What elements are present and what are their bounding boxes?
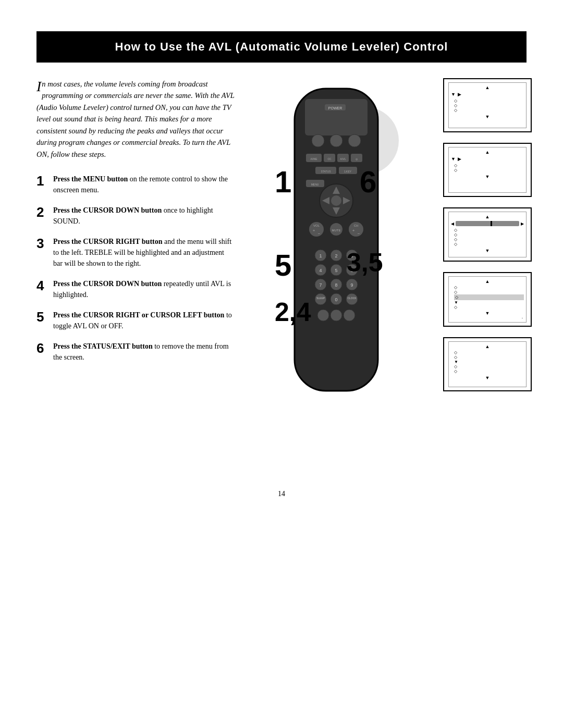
svg-text:A/INE: A/INE: [310, 157, 317, 161]
screen-3-arrow-down: ▼: [451, 248, 524, 253]
step-4-number: 4: [36, 278, 48, 293]
drop-cap: I: [36, 79, 41, 94]
screen-4-arrow-up: ▲: [451, 279, 524, 284]
step-2-bold: Press the CURSOR DOWN button: [53, 206, 162, 214]
svg-point-5: [330, 134, 342, 147]
screen-2-inner: ▲ ▼ ▶ ◇ ◇ ▼: [448, 147, 527, 193]
step-2-text: Press the CURSOR DOWN button once to hig…: [53, 205, 235, 227]
remote-svg: POWER A/INE CC A/VL ◎ STATUS: [279, 83, 394, 406]
screen-4-arrow-down: ▼: [451, 311, 524, 316]
screen-2: ▲ ▼ ▶ ◇ ◇ ▼: [443, 143, 532, 197]
svg-text:4: 4: [319, 268, 322, 273]
screen-5: ▲ ◇ ◇ ▼ ◇ ◇ ▼: [443, 337, 532, 391]
svg-point-62: [331, 310, 342, 321]
overlay-6: 6: [360, 164, 376, 199]
step-6-text: Press the STATUS/EXIT button to remove t…: [53, 341, 235, 363]
screen-4-items: ◇ ◇ ◇ ▼ ◇: [454, 285, 524, 310]
screen-1-arrow-up: ▲: [451, 85, 524, 90]
step-5-text: Press the CURSOR RIGHT or CURSOR LEFT bu…: [53, 310, 235, 331]
screen-1-down-arrow: ▼: [451, 92, 456, 97]
screen-5-inner: ▲ ◇ ◇ ▼ ◇ ◇ ▼: [448, 341, 527, 387]
svg-text:SLEEP: SLEEP: [316, 297, 325, 300]
remote-control-illustration: POWER A/INE CC A/VL ◎ STATUS: [279, 83, 394, 409]
svg-text:7: 7: [319, 282, 322, 288]
svg-point-26: [331, 195, 341, 206]
intro-text: n most cases, the volume levels coming f…: [36, 80, 235, 158]
step-5-bold: Press the CURSOR RIGHT or CURSOR LEFT bu…: [53, 311, 224, 319]
svg-text:CC: CC: [327, 157, 332, 161]
svg-text:STATUS: STATUS: [321, 170, 332, 173]
step-6-number: 6: [36, 341, 48, 356]
screen-5-items: ◇ ◇ ▼ ◇ ◇: [454, 350, 524, 374]
step-3-bold: Press the CURSOR RIGHT button: [53, 238, 163, 245]
svg-text:1: 1: [319, 253, 322, 258]
svg-point-61: [317, 310, 329, 321]
page: How to Use the AVL (Automatic Volume Lev…: [0, 0, 563, 728]
screen-2-items: ◇ ◇: [454, 163, 524, 172]
svg-text:2: 2: [335, 253, 337, 258]
right-column: POWER A/INE CC A/VL ◎ STATUS: [250, 78, 527, 469]
screen-4: ▲ ◇ ◇ ◇ ▼ ◇ ▼ -: [443, 272, 532, 327]
step-6-bold: Press the STATUS/EXIT button: [53, 342, 153, 350]
step-3-number: 3: [36, 236, 48, 251]
svg-point-6: [348, 134, 361, 147]
step-4-text: Press the CURSOR DOWN button repeatedly …: [53, 278, 235, 300]
screen-3: ▲ ◀ ▶ ◇ ◇ ◇ ◇: [443, 207, 532, 262]
screen-4-note: -: [451, 316, 524, 320]
svg-text:+: +: [352, 228, 355, 233]
svg-text:0: 0: [335, 297, 337, 302]
steps-list: 1 Press the MENU button on the remote co…: [36, 174, 235, 363]
screen-1-inner: ▲ ▼ ▶ ◇ ◇ ◇ ▼: [448, 82, 527, 128]
screen-1: ▲ ▼ ▶ ◇ ◇ ◇ ▼: [443, 78, 532, 132]
screen-4-inner: ▲ ◇ ◇ ◇ ▼ ◇ ▼ -: [448, 276, 527, 323]
svg-text:A/VL: A/VL: [340, 157, 346, 161]
step-5-number: 5: [36, 310, 48, 325]
screen-1-items: ◇ ◇ ◇: [454, 98, 524, 113]
svg-text:VOL: VOL: [313, 224, 320, 227]
screen-2-arrow-up: ▲: [451, 150, 524, 155]
screen-1-nav-row: ▼ ▶: [451, 92, 524, 97]
step-1-text: Press the MENU button on the remote cont…: [53, 174, 235, 195]
svg-text:CH: CH: [354, 224, 359, 227]
screen-1-arrow-down: ▼: [451, 114, 524, 119]
step-3-text: Press the CURSOR RIGHT button and the me…: [53, 236, 235, 269]
step-1-bold: Press the MENU button: [53, 175, 128, 183]
svg-text:1.KEY: 1.KEY: [344, 170, 352, 173]
step-2-number: 2: [36, 205, 48, 220]
step-6: 6 Press the STATUS/EXIT button to remove…: [36, 341, 235, 363]
left-column: In most cases, the volume levels coming …: [36, 78, 235, 469]
svg-text:−: −: [318, 231, 321, 236]
overlay-1: 1: [275, 164, 291, 199]
step-4: 4 Press the CURSOR DOWN button repeatedl…: [36, 278, 235, 300]
screen-5-arrow-up: ▲: [451, 344, 524, 349]
screens-column: ▲ ▼ ▶ ◇ ◇ ◇ ▼: [443, 78, 532, 391]
screen-3-slider: ◀ ▶: [451, 221, 524, 226]
screen-2-nav: ▼ ▶: [451, 156, 524, 162]
step-3: 3 Press the CURSOR RIGHT button and the …: [36, 236, 235, 269]
screen-3-arrow-up: ▲: [451, 214, 524, 219]
svg-point-4: [312, 134, 324, 147]
svg-point-63: [344, 310, 355, 321]
intro-paragraph: In most cases, the volume levels coming …: [36, 78, 235, 160]
page-title: How to Use the AVL (Automatic Volume Lev…: [48, 40, 515, 54]
screen-3-inner: ▲ ◀ ▶ ◇ ◇ ◇ ◇: [448, 212, 527, 257]
screen-3-bar: [456, 221, 519, 226]
step-1: 1 Press the MENU button on the remote co…: [36, 174, 235, 195]
step-2: 2 Press the CURSOR DOWN button once to h…: [36, 205, 235, 227]
screen-3-items: ◇ ◇ ◇ ◇: [454, 228, 524, 246]
svg-text:MENU: MENU: [311, 183, 319, 186]
step-5: 5 Press the CURSOR RIGHT or CURSOR LEFT …: [36, 310, 235, 331]
page-header: How to Use the AVL (Automatic Volume Lev…: [36, 31, 527, 63]
page-number: 14: [36, 490, 527, 498]
overlay-35: 3,5: [347, 248, 383, 278]
screen-1-right-arrow: ▶: [458, 92, 461, 97]
svg-text:9: 9: [350, 282, 353, 288]
step-4-bold: Press the CURSOR DOWN button: [53, 280, 162, 288]
main-content: In most cases, the volume levels coming …: [36, 78, 527, 469]
step-1-number: 1: [36, 174, 48, 189]
screen-5-arrow-down: ▼: [451, 375, 524, 380]
overlay-5: 5: [275, 248, 291, 282]
svg-text:+: +: [313, 228, 315, 233]
svg-text:8: 8: [335, 282, 337, 288]
svg-text:POWER: POWER: [328, 106, 342, 110]
